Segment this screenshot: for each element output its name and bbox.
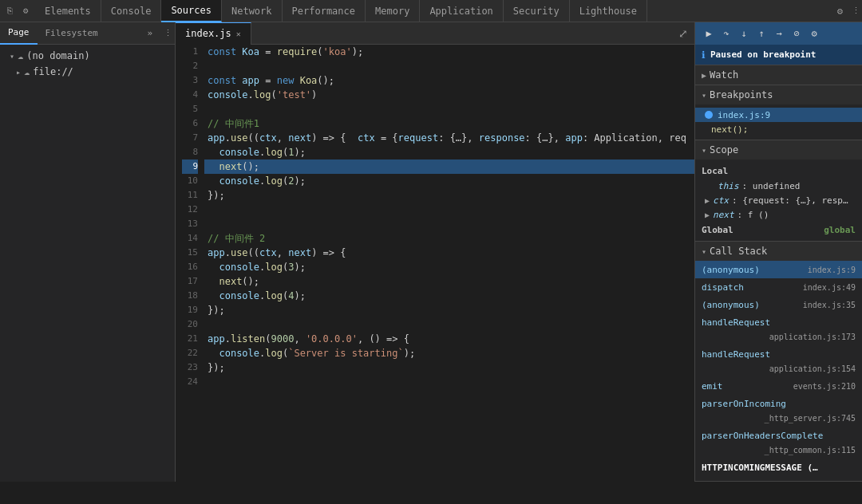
tab-filename: index.js	[185, 28, 231, 39]
ln-4: 4	[182, 88, 198, 102]
ln-18: 18	[182, 289, 198, 303]
debug-settings-icon[interactable]: ⚙	[807, 26, 821, 41]
devtools-icons: ⎘ ⚙	[0, 5, 35, 18]
ln-22: 22	[182, 346, 198, 360]
ln-10: 10	[182, 174, 198, 188]
cs-name-6: parserOnIncoming	[702, 399, 786, 409]
tree-arrow-icon: ▾	[10, 52, 14, 61]
watch-label: Watch	[710, 69, 738, 81]
scope-next[interactable]: ▶ next : f ()	[695, 207, 862, 222]
ln-16: 16	[182, 260, 198, 274]
cs-file-4: application.js:154	[702, 364, 856, 373]
scope-ctx[interactable]: ▶ ctx : {request: {…}, resp…	[695, 193, 862, 207]
tab-filesystem[interactable]: Filesystem	[38, 22, 106, 45]
step-over-icon[interactable]: ↷	[719, 26, 733, 41]
tree-item-file[interactable]: ▸ ☁ file://	[0, 64, 175, 80]
code-line-9: next();	[204, 159, 694, 174]
step-into-icon[interactable]: ↓	[737, 26, 751, 41]
line-numbers: 1 2 3 4 5 6 7 8 9 10 11 12 13 14 15 16 1…	[176, 45, 204, 482]
tree-item-label-2: file://	[33, 66, 73, 77]
cs-name-0: (anonymous)	[702, 265, 760, 275]
ln-6: 6	[182, 116, 198, 131]
add-folder-icon[interactable]: ⋮	[160, 26, 175, 41]
tree-item-label: (no domain)	[26, 50, 89, 61]
scope-arrow-next[interactable]: ▶	[705, 211, 710, 219]
callstack-item-2[interactable]: (anonymous) index.js:35	[695, 296, 862, 313]
cs-file-6: _http_server.js:745	[702, 414, 856, 423]
watch-header[interactable]: ▶ Watch	[695, 65, 862, 85]
step-out-icon[interactable]: ↑	[754, 26, 769, 41]
callstack-item-0[interactable]: (anonymous) index.js:9	[695, 261, 862, 278]
tab-lighthouse[interactable]: Lighthouse	[570, 0, 647, 22]
editor-tab-indexjs[interactable]: index.js ✕	[176, 22, 251, 45]
breakpoint-item-1[interactable]: index.js:9	[695, 108, 862, 122]
tab-elements[interactable]: Elements	[35, 0, 101, 22]
callstack-item-9[interactable]: init internal/inspec...ync_hook.js:21	[695, 476, 862, 482]
callstack-header[interactable]: ▾ Call Stack	[695, 242, 862, 261]
tab-sources[interactable]: Sources	[161, 0, 222, 22]
tab-network[interactable]: Network	[222, 0, 283, 22]
ln-9: 9	[182, 159, 198, 174]
code-line-17: next();	[204, 274, 694, 289]
breakpoints-arrow-icon: ▾	[702, 91, 706, 100]
tab-close-icon[interactable]: ✕	[236, 30, 241, 38]
overflow-icon[interactable]: ⋮	[849, 5, 862, 18]
tab-performance[interactable]: Performance	[283, 0, 366, 22]
cs-name-4: handleRequest	[702, 349, 770, 360]
tab-page[interactable]: Page	[0, 22, 38, 45]
file-panel: Page Filesystem » ⋮ ▾ ☁ (no domain) ▸ ☁ …	[0, 22, 176, 482]
scope-this: this : undefined	[695, 179, 862, 193]
cs-name-5: emit	[702, 381, 723, 392]
cs-name-9: init	[702, 480, 723, 482]
code-line-12	[204, 203, 694, 217]
cs-file-3: application.js:173	[702, 333, 856, 341]
deactivate-icon[interactable]: ⊘	[789, 26, 804, 41]
tab-application[interactable]: Application	[420, 0, 503, 22]
callstack-item-6[interactable]: parserOnIncoming _http_server.js:745	[695, 395, 862, 427]
watch-section: ▶ Watch	[695, 65, 862, 85]
tree-arrow-icon-2: ▸	[16, 68, 21, 77]
scope-arrow-ctx[interactable]: ▶	[705, 196, 710, 205]
code-line-22: console.log(`Server is starting`);	[204, 346, 694, 360]
breakpoints-header[interactable]: ▾ Breakpoints	[695, 85, 862, 104]
settings-icon-small[interactable]: ⚙	[19, 5, 32, 18]
cs-file-5: events.js:210	[793, 382, 856, 391]
ln-8: 8	[182, 145, 198, 159]
editor-tab-bar: index.js ✕ ⤢	[176, 22, 694, 45]
local-label: Local	[695, 163, 862, 179]
more-tabs-icon[interactable]: »	[142, 28, 157, 38]
callstack-item-7[interactable]: parserOnHeadersComplete _http_common.js:…	[695, 427, 862, 459]
ln-15: 15	[182, 246, 198, 260]
ln-12: 12	[182, 203, 198, 217]
ln-24: 24	[182, 375, 198, 389]
callstack-item-1[interactable]: dispatch index.js:49	[695, 278, 862, 296]
settings-icon[interactable]: ⚙	[831, 6, 849, 17]
step-icon[interactable]: →	[772, 26, 786, 41]
editor-expand-icon[interactable]: ⤢	[672, 27, 694, 40]
callstack-item-3[interactable]: handleRequest application.js:173	[695, 313, 862, 345]
top-bar: ⎘ ⚙ Elements Console Sources Network Per…	[0, 0, 862, 22]
tab-memory[interactable]: Memory	[366, 0, 420, 22]
scope-content: Local this : undefined ▶ ctx : {request:…	[695, 159, 862, 241]
code-line-11: });	[204, 188, 694, 203]
callstack-item-8[interactable]: HTTPINCOMINGMESSAGE (…	[695, 459, 862, 476]
tab-console[interactable]: Console	[101, 0, 162, 22]
tree-item-no-domain[interactable]: ▾ ☁ (no domain)	[0, 48, 175, 64]
cs-name-7: parserOnHeadersComplete	[702, 431, 823, 441]
callstack-item-5[interactable]: emit events.js:210	[695, 377, 862, 395]
cs-name-2: (anonymous)	[702, 300, 760, 310]
callstack-item-4[interactable]: handleRequest application.js:154	[695, 345, 862, 377]
cs-name-3: handleRequest	[702, 317, 770, 328]
code-line-5	[204, 102, 694, 116]
resume-icon[interactable]: ▶	[702, 26, 716, 41]
scope-section: ▾ Scope Local this : undefined ▶ ctx : {…	[695, 140, 862, 242]
scope-header[interactable]: ▾ Scope	[695, 140, 862, 159]
debug-panel: ▶ ↷ ↓ ↑ → ⊘ ⚙ ℹ Paused on breakpoint ▶ W…	[694, 22, 862, 482]
scope-key-next: next	[713, 210, 734, 220]
scope-label: Scope	[710, 144, 738, 156]
code-line-23: });	[204, 360, 694, 375]
cloud-icon: ☁	[18, 50, 23, 61]
code-line-13	[204, 217, 694, 231]
tab-security[interactable]: Security	[504, 0, 570, 22]
dock-icon[interactable]: ⎘	[3, 5, 16, 18]
